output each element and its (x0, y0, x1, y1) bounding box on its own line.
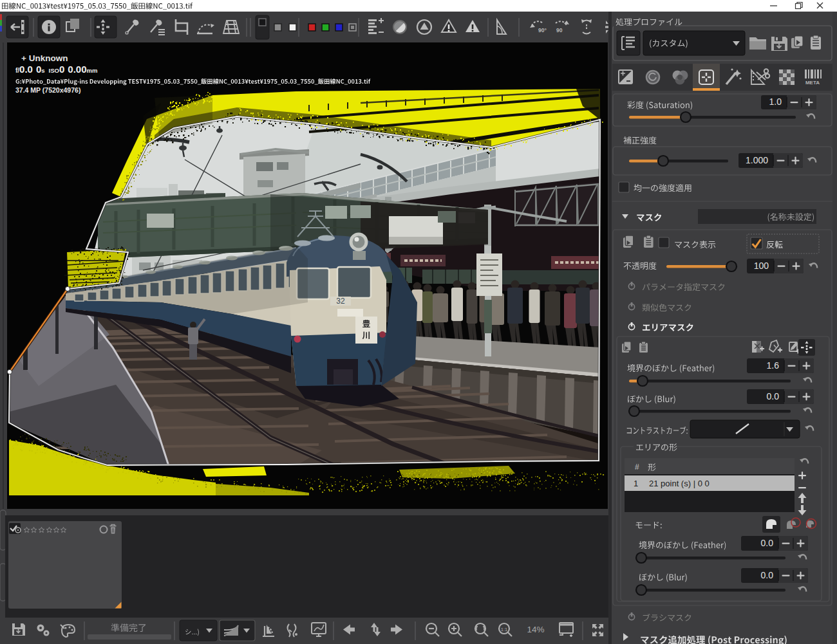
svg-text:0.0: 0.0 (761, 538, 774, 548)
svg-text:1: 1 (634, 479, 638, 488)
svg-text:21 point (s) | 0 0: 21 point (s) | 0 0 (649, 479, 710, 488)
svg-text:100: 100 (754, 261, 769, 271)
svg-text:0.0: 0.0 (761, 570, 774, 580)
svg-text:META: META (805, 80, 820, 86)
svg-text:0.0: 0.0 (767, 391, 780, 401)
svg-text:1.000: 1.000 (746, 155, 768, 165)
svg-text:+ Unknown: + Unknown (21, 53, 68, 63)
svg-text:90: 90 (556, 27, 563, 33)
svg-text:1.0: 1.0 (769, 97, 782, 107)
svg-text:14%: 14% (527, 625, 544, 634)
svg-text:32: 32 (336, 297, 345, 306)
svg-text:#: # (635, 463, 639, 472)
svg-text:37.4 MP (7520x4976): 37.4 MP (7520x4976) (15, 86, 80, 94)
svg-text:1:1: 1:1 (501, 627, 507, 632)
svg-text:1.6: 1.6 (767, 360, 780, 371)
svg-text:90°: 90° (538, 27, 547, 33)
